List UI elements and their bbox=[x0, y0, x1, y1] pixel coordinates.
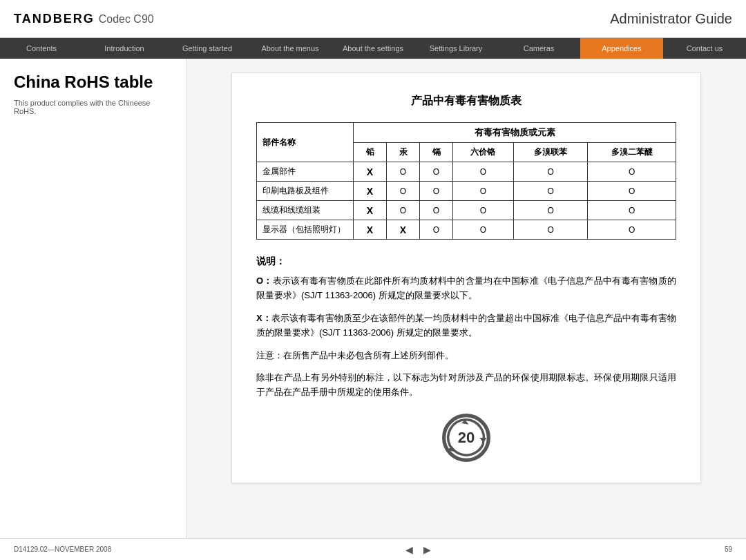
sidebar: China RoHS table This product complies w… bbox=[0, 59, 186, 538]
substance-col-多溴二苯醚: 多溴二苯醚 bbox=[588, 143, 676, 162]
cell-value: X bbox=[387, 220, 420, 240]
nav-item-getting-started[interactable]: Getting started bbox=[166, 38, 249, 59]
substance-col-六价铬: 六价铬 bbox=[453, 143, 514, 162]
note-paragraph: O：表示该有毒有害物质在此部件所有均质材料中的含量均在中国标准《电子信息产品中有… bbox=[256, 274, 676, 303]
cell-value: O bbox=[420, 220, 453, 240]
cell-value: O bbox=[513, 220, 588, 240]
note-paragraph: X：表示该有毒有害物质至少在该部件的某一均质材料中的含量超出中国标准《电子信息产… bbox=[256, 311, 676, 340]
cell-value: O bbox=[513, 182, 588, 201]
substance-col-镉: 镉 bbox=[420, 143, 453, 162]
recycle-icon: 20 bbox=[442, 414, 490, 462]
recycle-number: 20 bbox=[458, 429, 475, 447]
table-row: 金属部件XOOOOO bbox=[257, 162, 676, 182]
prev-page-button[interactable]: ◀ bbox=[405, 544, 413, 555]
nav-item-cameras[interactable]: Cameras bbox=[497, 38, 580, 59]
nav-item-contact-us[interactable]: Contact us bbox=[663, 38, 746, 59]
nav-item-about-the-menus[interactable]: About the menus bbox=[249, 38, 332, 59]
recycle-icon-area: 20 bbox=[256, 414, 676, 462]
nav-item-introduction[interactable]: Introduction bbox=[83, 38, 166, 59]
cell-value: O bbox=[420, 201, 453, 220]
note-paragraph: 除非在产品上有另外特别的标注，以下标志为针对所涉及产品的环保使用期限标志。环保使… bbox=[256, 371, 676, 400]
notes-section: 说明： O：表示该有毒有害物质在此部件所有均质材料中的含量均在中国标准《电子信息… bbox=[256, 253, 676, 400]
header: TANDBERG Codec C90 Administrator Guide bbox=[0, 0, 746, 38]
cell-value: O bbox=[588, 162, 676, 182]
substance-col-铅: 铅 bbox=[354, 143, 387, 162]
notes-paragraphs: O：表示该有毒有害物质在此部件所有均质材料中的含量均在中国标准《电子信息产品中有… bbox=[256, 274, 676, 400]
footer-page-number: 59 bbox=[725, 545, 732, 553]
table-row: 线缆和线缆组装XOOOOO bbox=[257, 201, 676, 220]
rohs-table: 部件名称 有毒有害物质或元素 铅汞镉六价铬多溴联苯多溴二苯醚 金属部件XOOOO… bbox=[256, 122, 676, 240]
cell-value: O bbox=[588, 182, 676, 201]
cell-value: X bbox=[354, 201, 387, 220]
cell-value: O bbox=[453, 162, 514, 182]
next-page-button[interactable]: ▶ bbox=[423, 544, 431, 555]
svg-marker-1 bbox=[479, 438, 487, 443]
rohs-main-title: 产品中有毒有害物质表 bbox=[256, 94, 676, 108]
component-col-header: 部件名称 bbox=[257, 123, 354, 162]
header-title: Administrator Guide bbox=[610, 11, 732, 27]
substance-header: 有毒有害物质或元素 bbox=[354, 123, 676, 143]
rohs-table-body: 金属部件XOOOOO印刷电路板及组件XOOOOO线缆和线缆组装XOOOOO显示器… bbox=[257, 162, 676, 240]
cell-value: O bbox=[453, 182, 514, 201]
note-paragraph: 注意：在所售产品中未必包含所有上述所列部件。 bbox=[256, 349, 676, 363]
table-row: 显示器（包括照明灯）XXOOOO bbox=[257, 220, 676, 240]
row-label: 金属部件 bbox=[257, 162, 354, 182]
notes-title: 说明： bbox=[256, 253, 676, 269]
footer-nav[interactable]: ◀ ▶ bbox=[405, 544, 431, 555]
nav-item-contents[interactable]: Contents bbox=[0, 38, 83, 59]
cell-value: O bbox=[513, 201, 588, 220]
cell-value: O bbox=[453, 201, 514, 220]
logo-tandberg: TANDBERG bbox=[14, 12, 95, 26]
cell-value: O bbox=[420, 182, 453, 201]
row-label: 线缆和线缆组装 bbox=[257, 201, 354, 220]
cell-value: O bbox=[453, 220, 514, 240]
cell-value: O bbox=[420, 162, 453, 182]
cell-value: O bbox=[387, 162, 420, 182]
footer: D14129.02—NOVEMBER 2008 ◀ ▶ 59 bbox=[0, 538, 746, 560]
nav-item-settings-library[interactable]: Settings Library bbox=[414, 38, 497, 59]
navbar: ContentsIntroductionGetting startedAbout… bbox=[0, 38, 746, 59]
cell-value: X bbox=[354, 220, 387, 240]
cell-value: O bbox=[513, 162, 588, 182]
page-subtitle: This product complies with the Chineese … bbox=[14, 99, 172, 115]
table-row: 印刷电路板及组件XOOOOO bbox=[257, 182, 676, 201]
row-label: 印刷电路板及组件 bbox=[257, 182, 354, 201]
footer-doc-id: D14129.02—NOVEMBER 2008 bbox=[14, 545, 111, 553]
content-area: 产品中有毒有害物质表 部件名称 有毒有害物质或元素 铅汞镉六价铬多溴联苯多溴二苯… bbox=[186, 59, 746, 538]
page-heading: China RoHS table bbox=[14, 73, 172, 92]
substance-col-多溴联苯: 多溴联苯 bbox=[513, 143, 588, 162]
cell-value: X bbox=[354, 162, 387, 182]
main-content: China RoHS table This product complies w… bbox=[0, 59, 746, 538]
logo-area: TANDBERG Codec C90 bbox=[14, 12, 154, 26]
rohs-card: 产品中有毒有害物质表 部件名称 有毒有害物质或元素 铅汞镉六价铬多溴联苯多溴二苯… bbox=[231, 73, 701, 483]
substance-col-汞: 汞 bbox=[387, 143, 420, 162]
cell-value: O bbox=[387, 201, 420, 220]
cell-value: O bbox=[588, 220, 676, 240]
nav-item-about-the-settings[interactable]: About the settings bbox=[332, 38, 414, 59]
logo-product: Codec C90 bbox=[99, 13, 154, 26]
row-label: 显示器（包括照明灯） bbox=[257, 220, 354, 240]
cell-value: O bbox=[588, 201, 676, 220]
cell-value: X bbox=[354, 182, 387, 201]
nav-item-appendices[interactable]: Appendices bbox=[580, 38, 663, 59]
cell-value: O bbox=[387, 182, 420, 201]
